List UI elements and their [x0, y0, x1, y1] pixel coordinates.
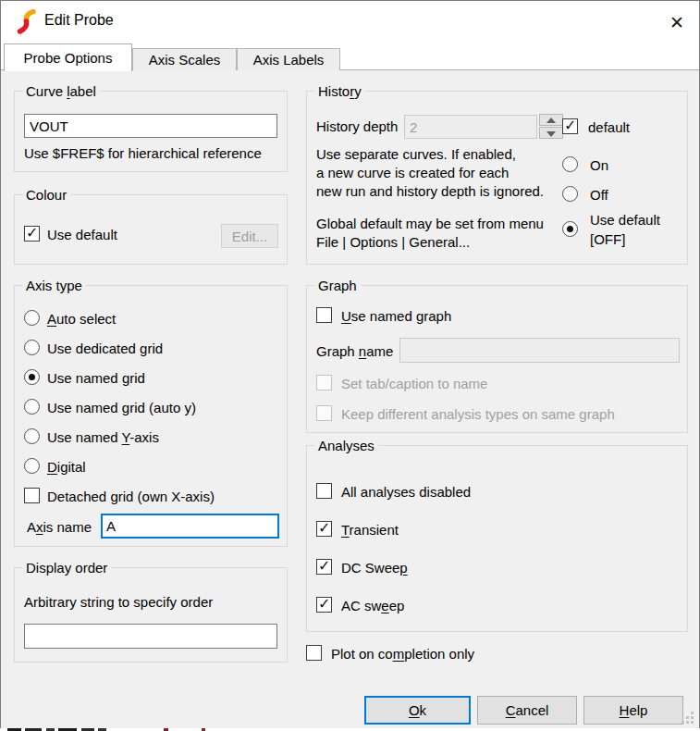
- history-depth-spin-down-icon: [539, 127, 563, 139]
- set-tab-caption-checkbox: [316, 375, 332, 390]
- tab-axis-labels-label: Axis Labels: [253, 52, 325, 68]
- use-named-graph-label[interactable]: Use named graph: [341, 308, 451, 325]
- analyses-group-title: Analyses: [314, 438, 378, 453]
- keep-analysis-types-label: Keep different analysis types on same gr…: [341, 406, 615, 423]
- tab-axis-scales-label: Axis Scales: [149, 52, 221, 68]
- tab-probe-options[interactable]: Probe Options: [4, 43, 132, 71]
- keep-analysis-types-checkbox: [316, 405, 332, 421]
- cancel-button[interactable]: Cancel: [477, 696, 577, 725]
- colour-group: Colour Use default Edit...: [14, 194, 288, 265]
- radio-auto-select-label[interactable]: Auto select: [47, 311, 116, 328]
- history-default-checkbox[interactable]: [562, 118, 578, 134]
- resize-grip[interactable]: [682, 712, 694, 725]
- radio-use-named-y-axis-label[interactable]: Use named Y-axis: [47, 429, 159, 446]
- radio-digital[interactable]: [24, 458, 40, 474]
- radio-use-dedicated-grid[interactable]: [24, 340, 40, 355]
- help-button[interactable]: Help: [583, 696, 683, 725]
- display-order-input[interactable]: [24, 624, 277, 649]
- tab-probe-options-label: Probe Options: [24, 50, 113, 66]
- dc-sweep-checkbox[interactable]: [316, 559, 332, 575]
- transient-checkbox[interactable]: [316, 521, 332, 537]
- help-button-label: Help: [620, 702, 648, 718]
- edit-probe-dialog-screen: Edit Probe ✕ Probe Options Axis Scales A…: [0, 0, 700, 731]
- radio-digital-label[interactable]: Digital: [47, 459, 86, 476]
- history-use-default-radio[interactable]: [562, 221, 578, 237]
- simetrix-swoosh-icon: [16, 8, 38, 35]
- radio-use-named-grid-auto-y-label[interactable]: Use named grid (auto y): [47, 400, 196, 416]
- ok-button-label: Ok: [409, 702, 426, 718]
- curve-label-group-title: Curve label: [22, 83, 100, 99]
- graph-name-label: Graph name: [316, 343, 393, 360]
- window-title: Edit Probe: [44, 12, 114, 29]
- detached-grid-checkbox[interactable]: [24, 488, 40, 503]
- plot-on-completion-checkbox[interactable]: [306, 645, 322, 661]
- dc-sweep-label[interactable]: DC Sweep: [341, 560, 408, 576]
- history-on-radio[interactable]: [562, 156, 578, 172]
- plot-on-completion-label[interactable]: Plot on completion only: [331, 646, 474, 663]
- edit-probe-dialog: Edit Probe ✕ Probe Options Axis Scales A…: [0, 0, 700, 728]
- tab-axis-scales[interactable]: Axis Scales: [132, 48, 237, 70]
- ok-button[interactable]: Ok: [364, 696, 471, 725]
- display-order-group-title: Display order: [22, 560, 111, 576]
- colour-use-default-checkbox[interactable]: [24, 226, 40, 242]
- tab-axis-labels[interactable]: Axis Labels: [237, 48, 340, 70]
- history-depth-spin-up-icon: [539, 114, 563, 126]
- curve-label-hint: Use $FREF$ for hierarchical reference: [24, 145, 262, 162]
- radio-auto-select[interactable]: [24, 310, 40, 326]
- colour-use-default-label[interactable]: Use default: [47, 227, 117, 243]
- radio-use-named-grid-label[interactable]: Use named grid: [47, 370, 145, 387]
- close-icon[interactable]: ✕: [660, 7, 694, 38]
- history-use-default-label[interactable]: Use default [OFF]: [590, 210, 660, 249]
- curve-label-group: Curve label Use $FREF$ for hierarchical …: [14, 91, 288, 172]
- radio-use-dedicated-grid-label[interactable]: Use dedicated grid: [47, 341, 163, 357]
- history-off-radio[interactable]: [562, 186, 578, 202]
- curve-label-input[interactable]: [24, 114, 277, 138]
- radio-use-named-grid-auto-y[interactable]: [24, 399, 40, 415]
- axis-name-label: Axis name: [27, 519, 92, 536]
- history-depth-label: History depth: [316, 118, 398, 135]
- radio-use-named-grid[interactable]: [24, 369, 40, 385]
- all-analyses-disabled-label[interactable]: All analyses disabled: [341, 484, 471, 501]
- analyses-group: Analyses All analyses disabled Transient…: [306, 445, 688, 632]
- history-group: History History depth default Use separa…: [306, 91, 688, 265]
- history-on-label[interactable]: On: [590, 157, 608, 174]
- graph-group-title: Graph: [314, 278, 361, 293]
- axis-type-group-title: Axis type: [22, 278, 86, 293]
- axis-name-input[interactable]: [101, 514, 279, 539]
- set-tab-caption-label: Set tab/caption to name: [341, 376, 487, 392]
- ac-sweep-label[interactable]: AC sweep: [341, 598, 404, 614]
- display-order-group: Display order Arbitrary string to specif…: [14, 567, 288, 663]
- history-global-default-text: Global default may be set from menu File…: [316, 215, 544, 252]
- graph-name-input: [399, 338, 680, 363]
- colour-edit-button: Edit...: [221, 224, 278, 248]
- axis-type-group: Axis type Auto select Use dedicated grid…: [14, 285, 288, 547]
- all-analyses-disabled-checkbox[interactable]: [316, 483, 332, 499]
- colour-group-title: Colour: [22, 187, 70, 203]
- history-default-label[interactable]: default: [588, 119, 630, 136]
- history-group-title: History: [314, 83, 365, 99]
- radio-use-named-y-axis[interactable]: [24, 428, 40, 444]
- history-separate-curves-text: Use separate curves. If enabled, a new c…: [316, 145, 544, 201]
- transient-label[interactable]: Transient: [341, 522, 399, 539]
- cancel-button-label: Cancel: [506, 702, 549, 718]
- ac-sweep-checkbox[interactable]: [316, 597, 332, 613]
- use-named-graph-checkbox[interactable]: [316, 307, 332, 323]
- display-order-hint: Arbitrary string to specify order: [24, 594, 213, 611]
- history-off-label[interactable]: Off: [590, 187, 608, 204]
- graph-group: Graph Use named graph Graph name Set tab…: [306, 285, 688, 433]
- detached-grid-label[interactable]: Detached grid (own X-axis): [47, 489, 215, 505]
- history-depth-input: [404, 115, 537, 139]
